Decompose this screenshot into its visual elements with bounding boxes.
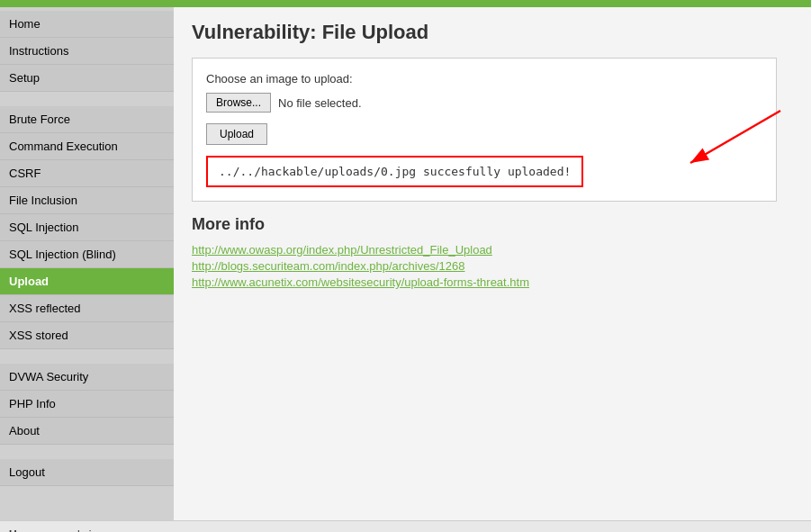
page-title: Vulnerability: File Upload: [192, 21, 793, 44]
sidebar-item-command-execution[interactable]: Command Execution: [0, 133, 174, 160]
link-acunetix[interactable]: http://www.acunetix.com/websitesecurity/…: [192, 275, 793, 289]
sidebar-group-settings: DVWA Security PHP Info About: [0, 364, 174, 445]
more-info-title: More info: [192, 215, 793, 234]
sidebar-item-sql-injection-blind[interactable]: SQL Injection (Blind): [0, 241, 174, 268]
sidebar: Home Instructions Setup Brute Force Comm…: [0, 7, 174, 520]
sidebar-item-dvwa-security[interactable]: DVWA Security: [0, 364, 174, 391]
footer: Username: admin Security Level: high PHP…: [0, 520, 811, 532]
sidebar-item-xss-reflected[interactable]: XSS reflected: [0, 295, 174, 322]
sidebar-item-home[interactable]: Home: [0, 11, 174, 38]
upload-box: Choose an image to upload: Browse... No …: [192, 58, 777, 202]
sidebar-item-logout[interactable]: Logout: [0, 459, 174, 486]
sidebar-item-upload[interactable]: Upload: [0, 268, 174, 295]
red-arrow-right: [663, 102, 789, 174]
sidebar-item-setup[interactable]: Setup: [0, 65, 174, 92]
link-securiteam[interactable]: http://blogs.securiteam.com/index.php/ar…: [192, 259, 793, 273]
username-value: admin: [68, 528, 97, 532]
browse-button[interactable]: Browse...: [206, 93, 271, 113]
footer-info: Username: admin Security Level: high PHP…: [9, 527, 199, 532]
more-info-section: More info http://www.owasp.org/index.php…: [192, 215, 793, 289]
sidebar-item-instructions[interactable]: Instructions: [0, 38, 174, 65]
main-content: Vulnerability: File Upload Choose an ima…: [174, 7, 811, 520]
success-message: ../../hackable/uploads/0.jpg succesfully…: [206, 156, 583, 187]
sidebar-item-brute-force[interactable]: Brute Force: [0, 106, 174, 133]
sidebar-group-logout: Logout: [0, 459, 174, 486]
upload-button[interactable]: Upload: [206, 123, 267, 145]
sidebar-item-sql-injection[interactable]: SQL Injection: [0, 214, 174, 241]
svg-line-1: [690, 111, 780, 163]
sidebar-item-about[interactable]: About: [0, 418, 174, 445]
sidebar-item-file-inclusion[interactable]: File Inclusion: [0, 187, 174, 214]
file-name-label: No file selected.: [278, 96, 362, 110]
upload-label: Choose an image to upload:: [206, 72, 762, 86]
sidebar-item-php-info[interactable]: PHP Info: [0, 391, 174, 418]
sidebar-group-vulnerabilities: Brute Force Command Execution CSRF File …: [0, 106, 174, 349]
username-line: Username: admin: [9, 527, 199, 532]
success-container: ../../hackable/uploads/0.jpg succesfully…: [206, 156, 762, 187]
link-owasp[interactable]: http://www.owasp.org/index.php/Unrestric…: [192, 243, 793, 257]
top-bar: [0, 0, 811, 7]
sidebar-item-xss-stored[interactable]: XSS stored: [0, 322, 174, 349]
sidebar-item-csrf[interactable]: CSRF: [0, 160, 174, 187]
sidebar-group-main: Home Instructions Setup: [0, 11, 174, 92]
username-label: Username:: [9, 528, 65, 532]
